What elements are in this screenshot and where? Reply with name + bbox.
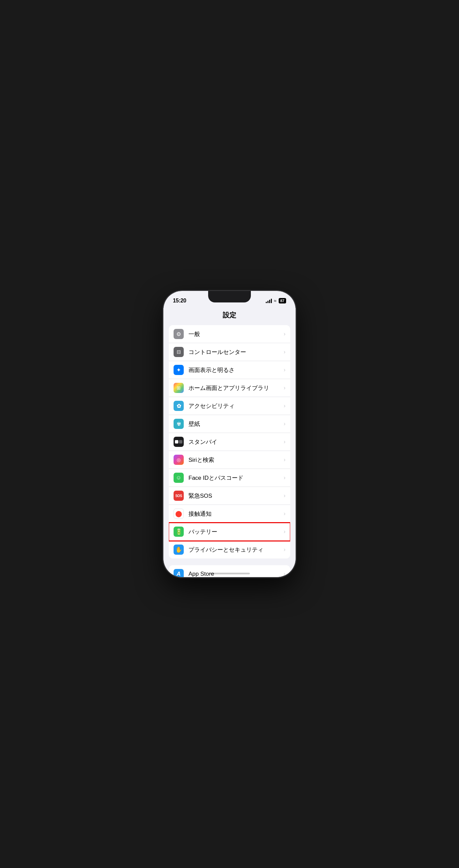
general-label: 一般 — [188, 330, 284, 338]
phone-screen: 15:20 ≈ 87 設定 — [163, 291, 296, 577]
display-icon: ✦ — [174, 365, 184, 375]
wallpaper-chevron: › — [284, 421, 285, 427]
settings-item-contact[interactable]: ⬤ 接触通知 › — [169, 505, 290, 523]
settings-item-appstore[interactable]: A App Store › — [169, 565, 290, 577]
wallpaper-label: 壁紙 — [188, 420, 284, 428]
accessibility-label: アクセシビリティ — [188, 402, 284, 410]
settings-item-sos[interactable]: SOS 緊急SOS › — [169, 487, 290, 505]
settings-item-standby[interactable]: スタンバイ › — [169, 433, 290, 451]
phone-frame: 15:20 ≈ 87 設定 — [163, 291, 296, 577]
homescreen-label: ホーム画面とアプリライブラリ — [188, 384, 284, 392]
settings-group-2: A App Store › ▤ ウォレットとApple Pay › — [169, 565, 290, 577]
settings-item-homescreen[interactable]: ⊞ ホーム画面とアプリライブラリ › — [169, 379, 290, 397]
battery-chevron: › — [284, 529, 285, 535]
faceid-label: Face IDとパスコード — [188, 474, 284, 482]
standby-label: スタンバイ — [188, 438, 284, 446]
display-label: 画面表示と明るさ — [188, 366, 284, 374]
home-indicator — [209, 573, 250, 574]
battery-indicator: 87 — [279, 298, 286, 303]
appstore-chevron: › — [284, 571, 285, 577]
siri-icon: ◎ — [174, 455, 184, 465]
contact-chevron: › — [284, 511, 285, 517]
appstore-icon: A — [174, 569, 184, 577]
signal-icon — [266, 298, 272, 303]
general-chevron: › — [284, 331, 285, 337]
settings-item-battery[interactable]: 🔋 バッテリー › — [169, 523, 290, 541]
settings-item-control-center[interactable]: ⊟ コントロールセンター › — [169, 343, 290, 361]
contact-icon: ⬤ — [174, 509, 184, 519]
battery-label: バッテリー — [188, 528, 284, 536]
siri-chevron: › — [284, 457, 285, 463]
wifi-icon: ≈ — [274, 298, 277, 303]
settings-item-privacy[interactable]: ✋ プライバシーとセキュリティ › — [169, 541, 290, 558]
settings-item-wallpaper[interactable]: ✾ 壁紙 › — [169, 415, 290, 433]
settings-item-accessibility[interactable]: ✿ アクセシビリティ › — [169, 397, 290, 415]
display-chevron: › — [284, 367, 285, 373]
settings-item-general[interactable]: ⚙ 一般 › — [169, 325, 290, 343]
privacy-label: プライバシーとセキュリティ — [188, 546, 284, 554]
control-center-icon: ⊟ — [174, 347, 184, 357]
settings-content: 設定 ⚙ 一般 › ⊟ コントロールセンター › — [163, 308, 296, 577]
privacy-icon: ✋ — [174, 545, 184, 555]
settings-item-faceid[interactable]: ☺ Face IDとパスコード › — [169, 469, 290, 487]
general-icon: ⚙ — [174, 329, 184, 339]
status-time: 15:20 — [173, 298, 186, 304]
sos-icon: SOS — [174, 491, 184, 501]
accessibility-icon: ✿ — [174, 401, 184, 411]
standby-chevron: › — [284, 439, 285, 445]
accessibility-chevron: › — [284, 403, 285, 409]
control-center-chevron: › — [284, 349, 285, 355]
page-title: 設定 — [163, 308, 296, 325]
standby-icon — [174, 437, 184, 447]
privacy-chevron: › — [284, 547, 285, 553]
contact-label: 接触通知 — [188, 510, 284, 518]
sos-label: 緊急SOS — [188, 492, 284, 500]
battery-percent: 87 — [279, 298, 286, 303]
status-icons: ≈ 87 — [266, 298, 286, 303]
control-center-label: コントロールセンター — [188, 348, 284, 356]
battery-icon: 🔋 — [174, 527, 184, 537]
wallpaper-icon: ✾ — [174, 419, 184, 429]
homescreen-chevron: › — [284, 385, 285, 391]
settings-item-siri[interactable]: ◎ Siriと検索 › — [169, 451, 290, 469]
settings-group-1: ⚙ 一般 › ⊟ コントロールセンター › ✦ 画面表示と明るさ — [169, 325, 290, 558]
faceid-icon: ☺ — [174, 473, 184, 483]
settings-item-display[interactable]: ✦ 画面表示と明るさ › — [169, 361, 290, 379]
faceid-chevron: › — [284, 475, 285, 481]
homescreen-icon: ⊞ — [174, 383, 184, 393]
sos-chevron: › — [284, 493, 285, 499]
siri-label: Siriと検索 — [188, 456, 284, 464]
notch — [208, 291, 251, 302]
